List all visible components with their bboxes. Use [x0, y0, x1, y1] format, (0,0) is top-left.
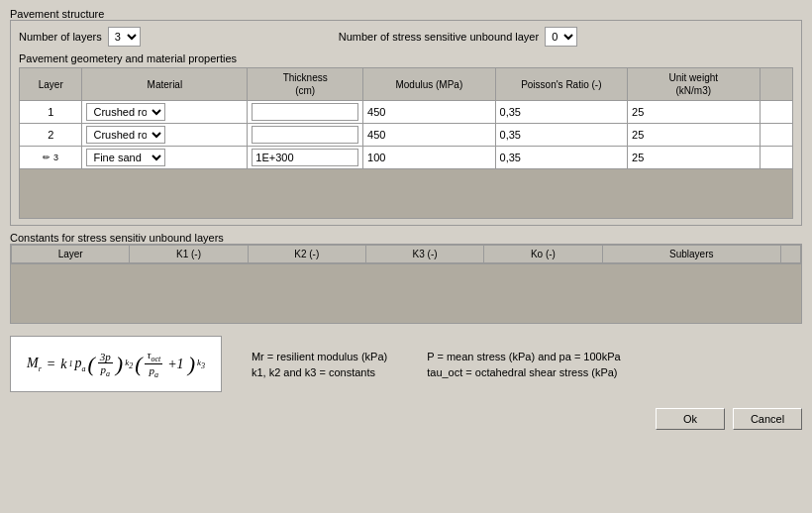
- col-thickness: Thickness(cm): [248, 68, 363, 101]
- row3-unitweight: 25: [628, 147, 760, 169]
- row3-thickness[interactable]: [248, 147, 363, 169]
- formula-desc2: k1, k2 and k3 = constants: [252, 366, 387, 378]
- row3-material: Crushed rock Fine sand Clay Asphalt: [82, 147, 248, 169]
- row1-unitweight: 25: [628, 101, 760, 124]
- col-material: Material: [82, 68, 248, 101]
- formula-box: Mr = k1 pa ( 3p pa ) k2 ( τoct pa +1 ) k…: [10, 336, 222, 392]
- stress-select[interactable]: 0 1 2 3: [545, 27, 577, 47]
- row3-material-select[interactable]: Crushed rock Fine sand Clay Asphalt: [86, 149, 165, 166]
- const-col-layer: Layer: [12, 246, 130, 263]
- geometry-section-title: Pavement geometery and material properti…: [19, 52, 793, 64]
- const-col-ko: Ko (-): [484, 246, 602, 263]
- ok-button[interactable]: Ok: [656, 408, 725, 430]
- row2-modulus: 450: [363, 124, 495, 147]
- col-unitweight: Unit weight(kN/m3): [628, 68, 760, 101]
- formula-section: Mr = k1 pa ( 3p pa ) k2 ( τoct pa +1 ) k…: [10, 330, 802, 398]
- const-col-k2: K2 (-): [248, 246, 365, 263]
- geometry-table: Layer Material Thickness(cm) Modulus (MP…: [19, 67, 793, 169]
- num-layers-select[interactable]: 1 2 3 4 5: [108, 27, 141, 47]
- formula-desc3: P = mean stress (kPa) and pa = 100kPa: [427, 351, 620, 362]
- row1-material: Crushed rock Fine sand Clay Asphalt: [82, 101, 248, 124]
- stress-label: Number of stress sensitive unbound layer: [339, 31, 539, 43]
- const-col-sublayers: Sublayers: [602, 246, 780, 263]
- row2-poisson: 0,35: [495, 124, 627, 147]
- formula-desc4: tau_oct = octahedral shear stress (kPa): [427, 366, 620, 378]
- row1-thickness[interactable]: [248, 101, 363, 124]
- row2-thickness-input[interactable]: [252, 126, 358, 144]
- num-layers-label: Number of layers: [19, 31, 102, 43]
- row3-poisson: 0,35: [495, 147, 627, 169]
- row2-unitweight: 25: [628, 124, 760, 147]
- cancel-button[interactable]: Cancel: [733, 408, 802, 430]
- constants-empty-area: [11, 263, 801, 323]
- row2-layer: 2: [20, 124, 82, 147]
- const-col-k3: K3 (-): [365, 246, 483, 263]
- row1-material-select[interactable]: Crushed rock Fine sand Clay Asphalt: [86, 103, 165, 121]
- constants-table: Layer K1 (-) K2 (-) K3 (-) Ko (-) Sublay…: [11, 245, 801, 263]
- constants-section-title: Constants for stress sensitiv unbound la…: [10, 232, 802, 244]
- row2-extra: [760, 124, 792, 147]
- formula-desc1: Mr = resilient modulus (kPa): [252, 351, 387, 362]
- row2-thickness[interactable]: [248, 124, 363, 147]
- row1-thickness-input[interactable]: [252, 103, 358, 121]
- const-col-k1: K1 (-): [130, 246, 248, 263]
- formula-right-desc: P = mean stress (kPa) and pa = 100kPa ta…: [427, 351, 620, 378]
- col-poisson: Poisson's Ratio (-): [495, 68, 627, 101]
- pavement-structure-title: Pavement structure: [10, 8, 802, 20]
- bottom-buttons: Ok Cancel: [10, 404, 802, 430]
- row3-thickness-input[interactable]: [252, 149, 358, 166]
- geometry-empty-area: [19, 169, 793, 219]
- row1-extra: [760, 101, 792, 124]
- row1-modulus: 450: [363, 101, 495, 124]
- table-row: ✏ 3 Crushed rock Fine sand Clay Asphalt: [20, 147, 793, 169]
- formula-left-desc: Mr = resilient modulus (kPa) k1, k2 and …: [252, 351, 387, 378]
- row2-material-select[interactable]: Crushed rock Fine sand Clay Asphalt: [86, 126, 165, 144]
- row3-layer: ✏ 3: [20, 147, 82, 169]
- table-row: 1 Crushed rock Fine sand Clay Asphalt: [20, 101, 793, 124]
- row1-layer: 1: [20, 101, 82, 124]
- col-layer: Layer: [20, 68, 82, 101]
- row3-extra: [760, 147, 792, 169]
- formula-descriptions: Mr = resilient modulus (kPa) k1, k2 and …: [252, 351, 802, 378]
- row3-modulus: 100: [363, 147, 495, 169]
- col-modulus: Modulus (MPa): [363, 68, 495, 101]
- table-row: 2 Crushed rock Fine sand Clay Asphalt: [20, 124, 793, 147]
- row2-material: Crushed rock Fine sand Clay Asphalt: [82, 124, 248, 147]
- row1-poisson: 0,35: [495, 101, 627, 124]
